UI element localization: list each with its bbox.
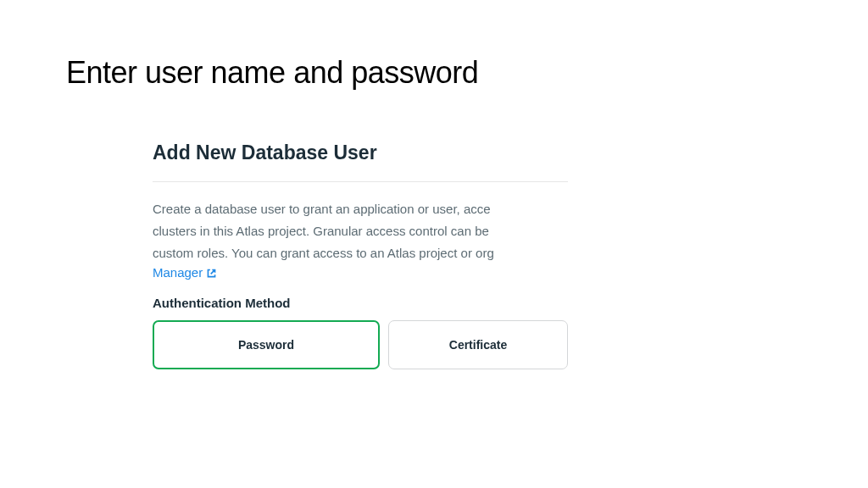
manager-link[interactable]: Manager [153, 265, 217, 280]
description-line: Create a database user to grant an appli… [153, 199, 568, 219]
auth-method-label: Authentication Method [153, 296, 568, 310]
external-link-icon [206, 267, 217, 278]
manager-link-label: Manager [153, 265, 203, 280]
auth-method-password[interactable]: Password [153, 320, 380, 369]
panel-heading: Add New Database User [153, 141, 568, 164]
description-line: custom roles. You can grant access to an… [153, 243, 568, 263]
slide-title: Enter user name and password [0, 0, 868, 91]
auth-method-certificate[interactable]: Certificate [388, 320, 568, 369]
add-user-panel: Add New Database User Create a database … [153, 141, 568, 369]
description-line: clusters in this Atlas project. Granular… [153, 221, 568, 241]
divider [153, 181, 568, 182]
auth-method-row: Password Certificate [153, 320, 568, 369]
